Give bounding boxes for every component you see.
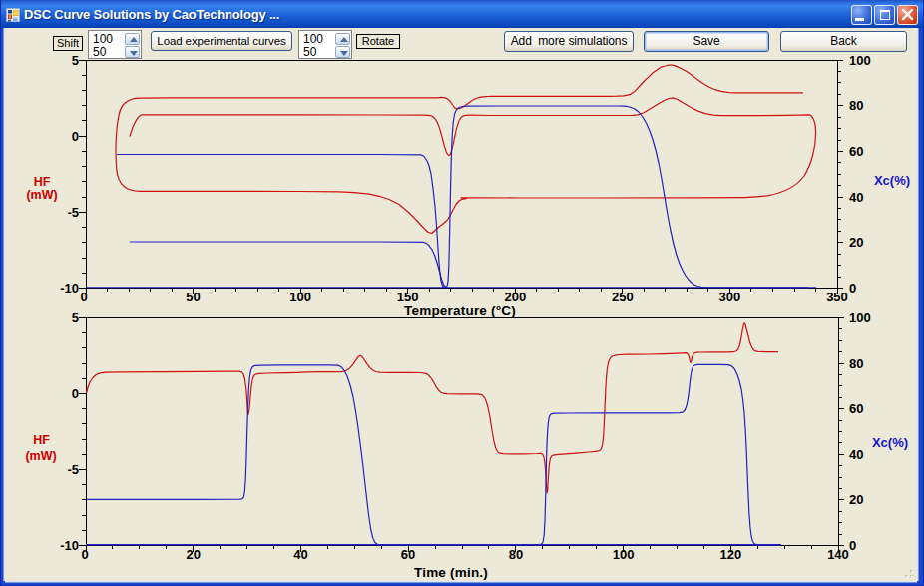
svg-text:0: 0	[80, 290, 87, 304]
svg-text:100: 100	[849, 310, 871, 325]
svg-text:20: 20	[849, 492, 863, 507]
svg-text:250: 250	[612, 290, 634, 304]
svg-text:40: 40	[293, 547, 307, 562]
svg-text:200: 200	[504, 290, 526, 304]
svg-text:0: 0	[849, 538, 856, 553]
svg-text:40: 40	[849, 190, 863, 205]
svg-text:0: 0	[72, 129, 79, 144]
svg-text:Temperature (°C): Temperature (°C)	[404, 303, 516, 318]
svg-text:80: 80	[509, 547, 523, 562]
svg-text:350: 350	[826, 290, 848, 304]
svg-text:80: 80	[849, 356, 863, 371]
svg-text:Xc(%): Xc(%)	[874, 173, 910, 188]
svg-text:50: 50	[186, 290, 200, 304]
svg-text:5: 5	[72, 310, 79, 325]
svg-text:-10: -10	[60, 281, 79, 295]
svg-text:150: 150	[397, 290, 419, 304]
svg-text:Time (min.): Time (min.)	[414, 565, 488, 580]
svg-text:20: 20	[849, 235, 863, 250]
svg-text:(mW): (mW)	[25, 449, 56, 463]
svg-text:20: 20	[186, 547, 200, 562]
svg-text:HF: HF	[33, 433, 50, 447]
svg-text:-5: -5	[67, 205, 79, 220]
svg-text:80: 80	[849, 98, 863, 113]
svg-text:HF: HF	[34, 175, 51, 189]
svg-text:(mW): (mW)	[26, 188, 57, 202]
svg-text:0: 0	[72, 386, 79, 401]
svg-text:300: 300	[719, 290, 741, 304]
svg-text:-5: -5	[67, 462, 79, 477]
svg-text:120: 120	[719, 547, 741, 562]
svg-text:60: 60	[401, 547, 415, 562]
svg-text:60: 60	[849, 144, 863, 159]
svg-text:0: 0	[849, 281, 856, 295]
svg-text:Xc(%): Xc(%)	[872, 435, 908, 450]
svg-text:0: 0	[81, 547, 88, 562]
svg-text:140: 140	[827, 547, 849, 562]
svg-text:60: 60	[849, 401, 863, 416]
svg-text:100: 100	[849, 53, 871, 68]
svg-text:5: 5	[72, 53, 79, 68]
svg-text:40: 40	[849, 447, 863, 462]
svg-text:-10: -10	[60, 538, 79, 553]
svg-text:100: 100	[613, 547, 635, 562]
svg-text:100: 100	[289, 290, 311, 304]
